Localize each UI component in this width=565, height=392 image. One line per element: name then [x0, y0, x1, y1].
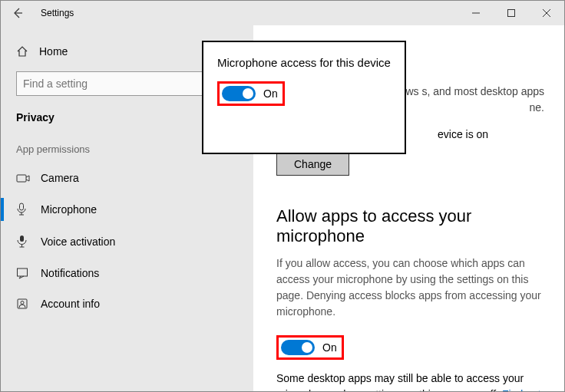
annotation-highlight: On: [217, 81, 285, 106]
device-access-toggle-label: On: [263, 87, 278, 100]
section-heading-allow-apps: Allow apps to access your microphone: [276, 206, 544, 246]
device-access-toggle[interactable]: [222, 86, 256, 101]
allow-apps-toggle[interactable]: [281, 340, 315, 355]
svg-rect-7: [20, 203, 24, 210]
allow-apps-description: If you allow access, you can choose whic…: [276, 255, 544, 320]
annotation-highlight: On: [276, 335, 344, 360]
svg-rect-9: [18, 268, 28, 276]
microphone-icon: [16, 203, 30, 216]
close-button[interactable]: [529, 1, 564, 25]
svg-rect-8: [20, 236, 24, 242]
sidebar-item-camera[interactable]: Camera: [1, 163, 253, 193]
sidebar-item-notifications[interactable]: Notifications: [1, 258, 253, 288]
search-input[interactable]: [23, 77, 226, 90]
sidebar-item-voice-activation[interactable]: Voice activation: [1, 226, 253, 258]
maximize-icon: [507, 9, 515, 17]
account-icon: [16, 298, 30, 310]
voice-activation-icon: [16, 235, 30, 249]
device-access-popup: Microphone access for this device On: [202, 41, 406, 154]
sidebar-item-account-info[interactable]: Account info: [1, 288, 253, 319]
sidebar-item-microphone[interactable]: Microphone: [1, 193, 253, 226]
sidebar-home-label: Home: [39, 45, 68, 58]
svg-rect-6: [17, 175, 26, 182]
change-button[interactable]: Change: [276, 153, 349, 176]
sidebar-item-label: Notifications: [41, 267, 99, 279]
back-button[interactable]: [8, 4, 27, 22]
svg-point-11: [21, 301, 24, 305]
maximize-button[interactable]: [494, 1, 529, 25]
notifications-icon: [16, 267, 30, 279]
window-title: Settings: [41, 8, 74, 18]
window-controls: [458, 1, 564, 25]
allow-apps-toggle-label: On: [322, 341, 337, 354]
sidebar-item-label: Microphone: [41, 203, 97, 216]
sidebar-item-label: Voice activation: [41, 236, 115, 248]
sidebar-item-label: Account info: [41, 298, 100, 310]
svg-rect-1: [508, 10, 515, 17]
minimize-icon: [472, 9, 480, 17]
home-icon: [16, 45, 28, 58]
sidebar-item-label: Camera: [41, 172, 79, 184]
desktop-apps-note: Some desktop apps may still be able to a…: [276, 371, 544, 391]
arrow-left-icon: [12, 7, 24, 19]
popup-title: Microphone access for this device: [217, 56, 391, 69]
close-icon: [543, 9, 550, 17]
camera-icon: [16, 173, 30, 183]
minimize-button[interactable]: [458, 1, 494, 25]
titlebar: Settings: [1, 1, 564, 25]
